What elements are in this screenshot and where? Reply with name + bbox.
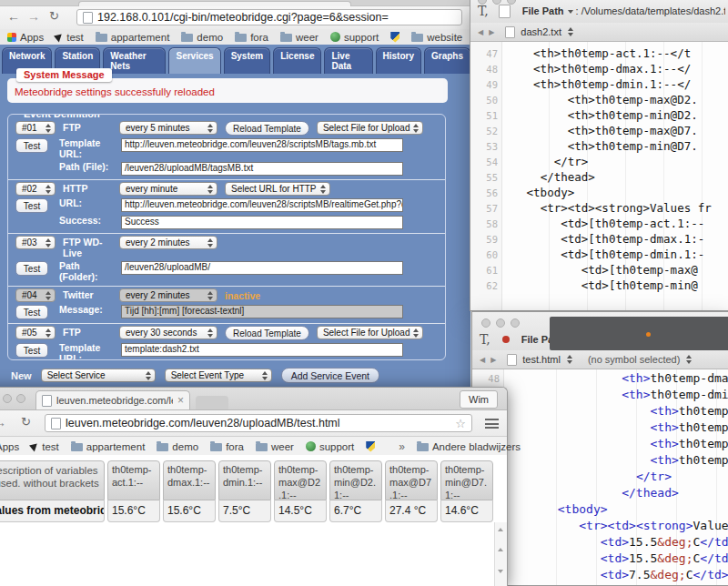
code-text: <th>th0temp-min@D7 xyxy=(508,453,728,467)
url-text[interactable]: 192.168.0.101/cgi-bin/meteobridge.cgi?pa… xyxy=(97,11,389,24)
tab-forward-icon[interactable] xyxy=(490,356,496,364)
event-number-select[interactable]: #05 xyxy=(15,326,56,339)
code-segment: C xyxy=(686,568,693,581)
add-service-event-button[interactable]: Add Service Event xyxy=(281,368,379,383)
test-button[interactable]: Test xyxy=(15,138,48,153)
bookmark-demo[interactable]: demo xyxy=(157,441,198,452)
bookmark-weer[interactable]: weer xyxy=(280,32,318,43)
tab-back-icon[interactable] xyxy=(478,28,483,36)
bookmark-apps[interactable]: Apps xyxy=(0,441,19,452)
bookmark-apps[interactable]: Apps xyxy=(7,32,44,43)
menu-icon[interactable] xyxy=(485,419,499,429)
file-path-label[interactable]: File Path xyxy=(522,5,564,16)
nav-tab-live-data[interactable]: Live Data xyxy=(324,47,372,74)
new-tab-button[interactable] xyxy=(196,396,228,409)
browser-tab[interactable]: leuven.meteobridge.com/le xyxy=(35,390,190,409)
bookmark-support[interactable]: support xyxy=(306,441,354,452)
editor-tab-test-html[interactable]: test.html xyxy=(522,354,561,365)
scroll-up-icon[interactable] xyxy=(498,528,503,531)
scroll-down-icon[interactable] xyxy=(498,570,503,573)
bookmark-appartement[interactable]: appartement xyxy=(96,32,170,43)
back-icon[interactable] xyxy=(7,8,20,25)
symbol-selector[interactable]: (no symbol selected) xyxy=(588,354,681,365)
tab-back-icon[interactable] xyxy=(480,356,485,364)
reload-icon[interactable] xyxy=(21,415,31,429)
zoom-window-icon[interactable] xyxy=(511,318,520,328)
scroll-up-icon[interactable] xyxy=(498,548,503,551)
select-event-type-dropdown[interactable]: Select Event Type xyxy=(165,369,272,382)
event-number-select[interactable]: #03 xyxy=(15,236,56,249)
event-number-select[interactable]: #02 xyxy=(15,182,56,196)
minimize-window-icon[interactable] xyxy=(16,394,25,403)
bookmark-weer[interactable]: weer xyxy=(256,441,294,452)
bookmark-label: Apps xyxy=(0,441,19,452)
select-upload-dropdown[interactable]: Select File for Upload xyxy=(317,326,424,339)
bookmark-website[interactable]: website xyxy=(411,32,462,43)
editor-code-area[interactable]: 47<th>th0temp-act.1:--</t48<th>th0temp-d… xyxy=(470,42,728,310)
address-bar[interactable]: leuven.meteobridge.com/leuven28/uploadMB… xyxy=(45,414,472,432)
close-tab-icon[interactable] xyxy=(177,394,184,407)
scrollbar[interactable] xyxy=(494,522,507,586)
event-number-select[interactable]: #04 xyxy=(15,288,56,302)
apps-icon xyxy=(7,33,16,42)
address-bar[interactable]: 192.168.0.101/cgi-bin/meteobridge.cgi?pa… xyxy=(76,9,462,25)
code-line: 56<tbody> xyxy=(470,186,728,201)
bookmark-star-icon[interactable] xyxy=(455,417,466,430)
nav-tab-weather-nets[interactable]: Weather Nets xyxy=(103,47,166,74)
nav-tab-services[interactable]: Services xyxy=(168,47,220,74)
schedule-select[interactable]: every 30 seconds xyxy=(119,326,217,339)
bookmark-»[interactable]: » xyxy=(399,440,405,453)
event-field-row: TestURL:http://leuven.meteobridge.com/le… xyxy=(15,198,438,213)
reload-icon[interactable] xyxy=(49,8,59,25)
select-upload-dropdown[interactable]: Select URL for HTTP xyxy=(225,182,330,196)
schedule-select[interactable]: every 2 minutes xyxy=(119,236,217,249)
nav-tab-system[interactable]: System xyxy=(224,47,271,74)
code-segment: <th> xyxy=(651,420,679,434)
select-service-dropdown[interactable]: Select Service xyxy=(41,369,156,382)
editor-code-area[interactable]: 48<th>th0temp-dmax.1:--<49<th>th0temp-dm… xyxy=(472,369,728,585)
bookmark-demo[interactable]: demo xyxy=(181,32,223,43)
event-separator xyxy=(8,233,445,234)
schedule-select[interactable]: every 5 minutes xyxy=(119,121,217,135)
field-input[interactable]: /leuven28/uploadMB/tagsMB.txt xyxy=(121,162,403,176)
tab-forward-icon[interactable] xyxy=(489,28,494,36)
test-button[interactable]: Test xyxy=(15,343,48,358)
nav-tab-license[interactable]: License xyxy=(273,47,321,74)
bookmark-fora[interactable]: fora xyxy=(235,32,268,43)
bookmark-shield[interactable] xyxy=(390,32,399,43)
event-number-select[interactable]: #01 xyxy=(15,121,56,135)
field-input[interactable]: http://leuven.meteobridge.com/leuven28/s… xyxy=(121,198,403,212)
nav-tab-graphs[interactable]: Graphs xyxy=(424,47,470,74)
bookmark-andere-bladwijzers[interactable]: Andere bladwijzers xyxy=(417,441,521,452)
reload-template-button[interactable]: Reload Template xyxy=(225,121,309,136)
url-text[interactable]: leuven.meteobridge.com/leuven28/uploadMB… xyxy=(66,417,450,429)
bookmark-label: demo xyxy=(197,32,223,43)
field-input[interactable]: template:dash2.txt xyxy=(121,343,403,357)
forward-icon[interactable] xyxy=(27,8,40,25)
field-input[interactable]: http://leuven.meteobridge.com/leuven28/s… xyxy=(121,138,403,152)
field-input[interactable]: Tijd [hh]:[mm] [forecast-textnl] xyxy=(121,305,403,318)
test-button[interactable]: Test xyxy=(15,305,48,319)
close-window-icon[interactable] xyxy=(3,394,12,403)
close-window-icon[interactable] xyxy=(481,318,490,328)
select-upload-dropdown[interactable]: Select File for Upload xyxy=(317,121,424,135)
forward-icon[interactable] xyxy=(0,415,6,429)
bookmark-fora[interactable]: fora xyxy=(210,441,244,452)
schedule-select[interactable]: every minute xyxy=(119,182,217,196)
bookmark-appartement[interactable]: appartement xyxy=(71,441,146,452)
profile-button[interactable]: Wim xyxy=(460,390,498,409)
minimize-window-icon[interactable] xyxy=(496,318,505,328)
schedule-select[interactable]: every 2 minutes xyxy=(119,288,217,302)
field-input[interactable]: /leuven28/uploadMB/ xyxy=(121,261,403,275)
field-input[interactable]: Success xyxy=(121,216,403,229)
nav-tab-history[interactable]: History xyxy=(376,47,421,74)
bookmark-test[interactable]: test xyxy=(56,32,84,43)
bookmark-support[interactable]: support xyxy=(330,32,379,43)
bookmark-shield[interactable] xyxy=(366,441,375,452)
file-path-title[interactable]: File Path: /Volumes/data/templates/dash2… xyxy=(522,5,725,16)
bookmark-test[interactable]: test xyxy=(31,441,59,452)
reload-template-button[interactable]: Reload Template xyxy=(225,326,309,340)
editor-tab-dash2[interactable]: dash2.txt xyxy=(521,26,561,37)
test-button[interactable]: Test xyxy=(15,198,48,213)
test-button[interactable]: Test xyxy=(15,261,48,276)
